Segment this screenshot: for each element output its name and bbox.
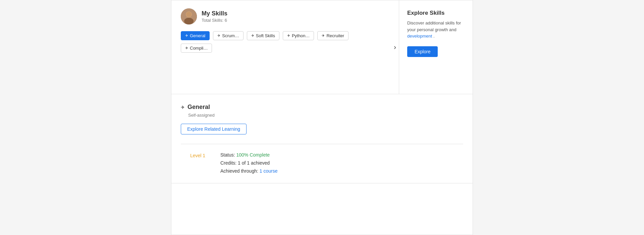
avatar-image — [181, 8, 197, 24]
skill-assigned-label: Self-assigned — [188, 113, 463, 118]
skill-chip[interactable]: ✈Compli… — [181, 44, 212, 53]
svg-point-3 — [186, 12, 192, 17]
explore-sidebar: Explore Skills Discover additional skill… — [399, 0, 473, 94]
explore-desc-highlight: development — [407, 34, 432, 39]
level-status-label: Status: — [220, 152, 235, 158]
skill-chip-icon: ✈ — [185, 34, 188, 38]
skill-chip-label: Compli… — [190, 46, 208, 51]
skill-chip-icon: ✈ — [322, 34, 325, 38]
level-achieved: Achieved through: 1 course — [220, 168, 454, 174]
level-label: Level 1 — [190, 152, 220, 174]
level-achieved-label: Achieved through: — [220, 168, 258, 174]
skill-chip-icon: ✈ — [287, 34, 290, 38]
skills-main: My Skills Total Skills: 6 ✈General✈Scrum… — [171, 0, 391, 94]
course-link[interactable]: 1 course — [260, 168, 278, 174]
skill-chip-label: Recruiter — [326, 33, 344, 38]
explore-desc-text1: Discover additional skills for your pers… — [407, 20, 461, 32]
explore-skills-description: Discover additional skills for your pers… — [407, 20, 465, 40]
skill-chip-label: Python… — [292, 33, 310, 38]
skill-chip-icon: ✈ — [217, 34, 220, 38]
level-status: Status: 100% Complete — [220, 152, 454, 158]
skill-chip[interactable]: ✈Soft Skills — [247, 31, 279, 40]
main-card: My Skills Total Skills: 6 ✈General✈Scrum… — [171, 0, 473, 235]
explore-related-learning-button[interactable]: Explore Related Learning — [181, 124, 247, 134]
skills-subtitle: Total Skills: 6 — [202, 18, 227, 23]
page-wrapper: My Skills Total Skills: 6 ✈General✈Scrum… — [0, 0, 644, 235]
level-status-value: 100% Complete — [236, 152, 270, 158]
skill-chip[interactable]: ✈General — [181, 31, 210, 40]
skill-chip-icon: ✈ — [251, 34, 254, 38]
level-credits: Credits: 1 of 1 achieved — [220, 160, 454, 166]
skills-title: My Skills — [202, 10, 227, 17]
skills-chips: ✈General✈Scrum…✈Soft Skills✈Python…✈Recr… — [181, 31, 382, 53]
skill-chip[interactable]: ✈Scrum… — [213, 31, 244, 40]
skill-chip[interactable]: ✈Recruiter — [317, 31, 348, 40]
explore-skills-button[interactable]: Explore — [407, 46, 438, 57]
avatar — [181, 8, 197, 24]
skill-detail-icon: ✈ — [181, 105, 185, 110]
skill-chip-label: Scrum… — [222, 33, 239, 38]
skill-chip-icon: ✈ — [185, 46, 188, 50]
skills-header: My Skills Total Skills: 6 — [181, 8, 382, 24]
skill-detail-header: ✈ General — [181, 104, 463, 111]
explore-desc-text2: . — [433, 34, 435, 39]
skill-detail-name: General — [187, 104, 210, 111]
svg-point-2 — [184, 18, 194, 24]
skill-chip-label: Soft Skills — [256, 33, 275, 38]
skills-section: My Skills Total Skills: 6 ✈General✈Scrum… — [171, 0, 473, 94]
skill-detail-section: ✈ General Self-assigned Explore Related … — [171, 94, 473, 183]
skill-chip-label: General — [190, 33, 205, 38]
chevron-right-icon: › — [394, 43, 396, 51]
next-skills-arrow[interactable]: › — [391, 0, 399, 94]
level-info: Status: 100% Complete Credits: 1 of 1 ac… — [220, 152, 454, 174]
skills-title-block: My Skills Total Skills: 6 — [202, 10, 227, 23]
skill-chip[interactable]: ✈Python… — [283, 31, 314, 40]
level-section: Level 1 Status: 100% Complete Credits: 1… — [181, 144, 463, 183]
explore-skills-title: Explore Skills — [407, 10, 465, 16]
level-row: Level 1 Status: 100% Complete Credits: 1… — [190, 152, 454, 174]
